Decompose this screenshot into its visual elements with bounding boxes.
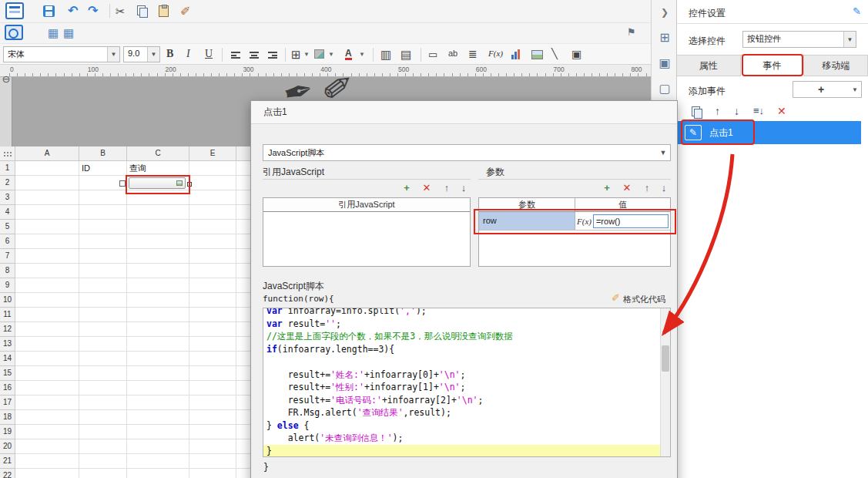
sheet-cell-B1[interactable]: ID bbox=[79, 161, 127, 176]
sheet-cell-B8[interactable] bbox=[79, 264, 127, 278]
sheet-cell-E13[interactable] bbox=[189, 337, 236, 352]
sort-events-icon[interactable]: ≡↓ bbox=[753, 105, 764, 116]
row-header-2[interactable]: 2 bbox=[0, 176, 15, 190]
sheet-cell-E20[interactable] bbox=[189, 439, 236, 454]
sheet-cell-B15[interactable] bbox=[79, 366, 127, 381]
sheet-cell-C20[interactable] bbox=[127, 439, 189, 454]
row-header-16[interactable]: 16 bbox=[0, 381, 15, 396]
collapse-ruler-icon[interactable]: ⊖ bbox=[1, 73, 12, 84]
sheet-cell-C7[interactable] bbox=[127, 249, 189, 264]
chevron-down-icon[interactable]: ▼ bbox=[359, 51, 365, 58]
row-header-22[interactable]: 22 bbox=[0, 469, 15, 478]
open-template-icon[interactable] bbox=[5, 25, 23, 40]
delete-ref-js-button[interactable]: ✕ bbox=[420, 180, 434, 194]
row-header-12[interactable]: 12 bbox=[0, 322, 15, 337]
sheet-cell-C16[interactable] bbox=[127, 381, 189, 396]
sheet-cell-A17[interactable] bbox=[15, 396, 79, 410]
sheet-cell-E4[interactable] bbox=[189, 205, 236, 220]
font-select[interactable]: 宋体▼ bbox=[3, 46, 120, 62]
sheet-cell-C5[interactable] bbox=[127, 220, 189, 234]
sheet-cell-E14[interactable] bbox=[189, 352, 236, 366]
column-header-E[interactable]: E bbox=[189, 146, 236, 161]
sheet-cell-A11[interactable] bbox=[15, 308, 79, 322]
bold-button[interactable]: B bbox=[166, 48, 173, 60]
sheet-cell-B7[interactable] bbox=[79, 249, 127, 264]
add-event-button[interactable]: + ▼ bbox=[793, 81, 862, 98]
cut-button[interactable]: ✂ bbox=[116, 5, 126, 19]
sheet-cell-A9[interactable] bbox=[15, 278, 79, 293]
chevron-down-icon[interactable]: ▼ bbox=[328, 51, 334, 58]
selection-handle[interactable] bbox=[187, 182, 192, 187]
sheet-cell-B13[interactable] bbox=[79, 337, 127, 352]
widget-type-select[interactable]: 按钮控件▼ bbox=[742, 31, 856, 48]
cell-button-widget[interactable] bbox=[129, 177, 186, 189]
row-header-3[interactable]: 3 bbox=[0, 190, 15, 205]
delete-event-button[interactable]: ✕ bbox=[777, 105, 786, 117]
sheet-cell-A5[interactable] bbox=[15, 220, 79, 234]
sheet-cell-E19[interactable] bbox=[189, 425, 236, 439]
rich-text-icon[interactable]: ≣ bbox=[468, 48, 478, 60]
sheet-cell-E11[interactable] bbox=[189, 308, 236, 322]
sheet-cell-C19[interactable] bbox=[127, 425, 189, 439]
sheet-cell-A4[interactable] bbox=[15, 205, 79, 220]
chart-icon[interactable] bbox=[511, 49, 520, 59]
format-painter-button[interactable]: ✐ bbox=[180, 4, 190, 19]
select-all-corner[interactable] bbox=[0, 146, 15, 161]
sheet-cell-C9[interactable] bbox=[127, 278, 189, 293]
row-header-21[interactable]: 21 bbox=[0, 454, 15, 469]
move-param-up-button[interactable]: ↑ bbox=[640, 180, 654, 194]
row-header-19[interactable]: 19 bbox=[0, 425, 15, 439]
row-header-11[interactable]: 11 bbox=[0, 308, 15, 322]
sheet-cell-C3[interactable] bbox=[127, 190, 189, 205]
italic-button[interactable]: I bbox=[186, 48, 190, 60]
row-header-6[interactable]: 6 bbox=[0, 234, 15, 249]
sheet-cell-B14[interactable] bbox=[79, 352, 127, 366]
column-header-A[interactable]: A bbox=[15, 146, 79, 161]
sheet-cell-E17[interactable] bbox=[189, 396, 236, 410]
sheet-cell-A6[interactable] bbox=[15, 234, 79, 249]
move-event-down-button[interactable]: ↓ bbox=[734, 105, 739, 117]
sheet-cell-E8[interactable] bbox=[189, 264, 236, 278]
edit-pencil-icon[interactable]: ✎ bbox=[853, 5, 861, 17]
params-table[interactable]: 参数 值 row F(x) =row() bbox=[478, 197, 671, 267]
sheet-cell-A14[interactable] bbox=[15, 352, 79, 366]
sheet-cell-B20[interactable] bbox=[79, 439, 127, 454]
sheet-cell-A8[interactable] bbox=[15, 264, 79, 278]
cell-attributes-strip-icon[interactable]: ▣ bbox=[657, 55, 672, 70]
sheet-cell-C21[interactable] bbox=[127, 454, 189, 469]
text-widget-icon[interactable]: ab bbox=[448, 49, 457, 58]
shape-icon[interactable]: ▣ bbox=[571, 48, 581, 60]
report-block-icon[interactable]: ▦ bbox=[48, 26, 59, 40]
add-param-button[interactable]: + bbox=[600, 180, 614, 194]
editor-scrollbar[interactable] bbox=[660, 308, 670, 456]
sheet-cell-C14[interactable] bbox=[127, 352, 189, 366]
row-header-17[interactable]: 17 bbox=[0, 396, 15, 410]
sheet-cell-A12[interactable] bbox=[15, 322, 79, 337]
sheet-cell-E18[interactable] bbox=[189, 410, 236, 425]
sheet-cell-A2[interactable] bbox=[15, 176, 79, 190]
insert-widget-icon[interactable]: ▭ bbox=[428, 49, 437, 60]
param-value-input[interactable]: =row() bbox=[593, 214, 669, 228]
sheet-cell-A16[interactable] bbox=[15, 381, 79, 396]
sheet-cell-E12[interactable] bbox=[189, 322, 236, 337]
sheet-cell-B21[interactable] bbox=[79, 454, 127, 469]
sheet-cell-B16[interactable] bbox=[79, 381, 127, 396]
sheet-cell-E22[interactable] bbox=[189, 469, 236, 478]
font-size-select[interactable]: 9.0▼ bbox=[123, 46, 160, 62]
sheet-cell-C1[interactable]: 查询 bbox=[127, 161, 189, 176]
sheet-cell-A1[interactable] bbox=[15, 161, 79, 176]
sheet-cell-E3[interactable] bbox=[189, 190, 236, 205]
column-header-C[interactable]: C bbox=[127, 146, 189, 161]
tab-properties[interactable]: 属性 bbox=[677, 55, 741, 76]
sheet-cell-E10[interactable] bbox=[189, 293, 236, 308]
float-element-strip-icon[interactable]: ▢ bbox=[657, 80, 672, 96]
sheet-cell-C15[interactable] bbox=[127, 366, 189, 381]
sheet-cell-A22[interactable] bbox=[15, 469, 79, 478]
sheet-cell-C22[interactable] bbox=[127, 469, 189, 478]
save-button[interactable] bbox=[43, 5, 55, 17]
sheet-cell-A7[interactable] bbox=[15, 249, 79, 264]
formula-icon[interactable]: F(x) bbox=[488, 49, 503, 58]
row-header-20[interactable]: 20 bbox=[0, 439, 15, 454]
sheet-cell-E1[interactable] bbox=[189, 161, 236, 176]
pin-flag-icon[interactable]: ⚑ bbox=[627, 26, 636, 38]
